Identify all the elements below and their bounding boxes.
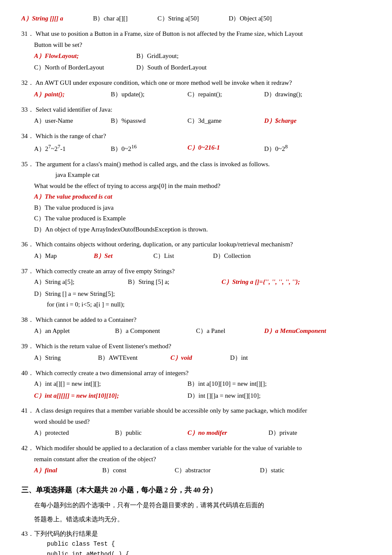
question-34-text: Which is the range of char? [35, 133, 106, 139]
answer-39-b: B）AWTEvent [98, 352, 162, 364]
answer-40-b: B）int a[10][10] = new int[][]; [187, 379, 267, 390]
answer-33-c: C）3d_game [187, 115, 256, 127]
question-42-number: 42． [21, 445, 34, 451]
question-36-number: 36． [21, 241, 34, 248]
answer-38-c: C）a Panel [196, 325, 256, 337]
question-34: 34． Which is the range of char? A）27~27-… [21, 131, 371, 155]
answer-36-c: C）List [153, 250, 205, 262]
answer-34-b: B）0~216 [111, 142, 179, 155]
question-38-text: Which cannot be added to a Container? [35, 316, 136, 323]
question-42-text2: remain constant after the creation of th… [34, 454, 371, 465]
answer-31-b: B）GridLayout; [136, 50, 179, 62]
answer-32-d: D）drawing(); [264, 89, 302, 100]
question-31-text: What use to position a Button in a Frame… [35, 30, 303, 37]
question-31-text2: Button will be set? [34, 40, 371, 51]
question-39-text: Which is the return value of Event liste… [35, 343, 171, 350]
question-35-number: 35． [21, 161, 34, 168]
question-43-number: 43．下列代码的执行结果是 [21, 530, 98, 537]
question-38-number: 38． [21, 316, 34, 323]
code-line-1: public class Test { [47, 539, 371, 549]
answer-30-c: C）String a[50] [158, 13, 199, 24]
question-40-text: Which correctly create a two dimensional… [35, 370, 188, 376]
answer-33-b: B）%passwd [111, 115, 179, 127]
question-30-answers: A）String [][] a B）char a[][] C）String a[… [21, 13, 371, 24]
question-35-code: java Example cat [55, 170, 371, 181]
answer-39-d: D）int [230, 352, 248, 364]
answer-41-d: D）private [268, 427, 297, 439]
answer-34-d: D）0~28 [264, 142, 288, 155]
answer-40-c: C）int a[][][] = new int[10][10]; [34, 390, 187, 402]
answer-31-c: C）North of BorderLayout [34, 62, 136, 73]
answer-38-b: B）a Component [115, 325, 187, 337]
answer-36-b: B）Set [94, 250, 145, 262]
question-39: 39． Which is the return value of Event l… [21, 341, 371, 364]
question-41-number: 41． [21, 407, 34, 414]
question-37-number: 37． [21, 268, 34, 275]
answer-42-a: A）final [34, 465, 94, 476]
answer-33-d: D）$charge [264, 115, 297, 127]
answer-35-c: C）The value produced is Example [34, 213, 371, 224]
question-35-text: The argument for a class's main() method… [35, 161, 270, 168]
answer-38-a: A）an Applet [34, 325, 107, 337]
answer-37-d: D）String [] a = new String[5]; [34, 289, 179, 300]
section-3-desc: 在每小题列出的四个选项中，只有一个是符合题目要求的，请将其代码填在后面的 [21, 500, 371, 511]
question-38: 38． Which cannot be added to a Container… [21, 315, 371, 337]
answer-30-a: A）String [][] a [21, 13, 63, 24]
question-40: 40． Which correctly create a two dimensi… [21, 368, 371, 402]
question-37-text: Which correctly create an array of five … [35, 268, 175, 275]
question-32-text: An AWT GUI under exposure condition, whi… [35, 79, 292, 86]
answer-33-a: A）user-Name [34, 115, 102, 127]
answer-39-a: A）String [34, 352, 89, 364]
answer-35-b: B）The value produced is java [34, 202, 371, 214]
answer-30-d: D）Object a[50] [229, 13, 272, 24]
question-36: 36． Which contains objects without order… [21, 239, 371, 262]
answer-41-b: B）public [115, 427, 179, 439]
answer-32-a: A）paint(); [34, 89, 102, 100]
question-39-number: 39． [21, 343, 34, 350]
answer-39-c: C）void [170, 352, 222, 364]
answer-30-b: B）char a[][] [93, 13, 127, 24]
question-32: 32． An AWT GUI under exposure condition,… [21, 78, 371, 100]
answer-34-a: A）27~27-1 [34, 142, 102, 155]
question-31: 31． What use to position a Button in a F… [21, 29, 371, 73]
answer-37-b: B）String [5] a; [128, 277, 213, 288]
question-41: 41． A class design requires that a membe… [21, 405, 371, 439]
answer-42-c: C）abstractor [175, 465, 251, 476]
code-line-2: public int aMethod( ) { [47, 549, 371, 555]
answer-36-d: D）Collection [213, 250, 251, 262]
question-42-text: Which modifer should be applied to a dec… [35, 445, 302, 451]
question-37: 37． Which correctly create an array of f… [21, 266, 371, 310]
answer-35-a: A）The value produced is cat [34, 191, 371, 202]
answer-36-a: A）Map [34, 250, 85, 262]
answer-37-extra: for (int i = 0; i<5; a[i ] = null); [47, 299, 371, 310]
question-35-subtext: What would be the effect of trying to ac… [34, 181, 371, 192]
answer-42-d: D）static [260, 465, 285, 476]
answer-37-c: C）String a []={'', '', '', '', ''}; [222, 277, 300, 288]
question-41-text: A class design requires that a member va… [35, 407, 307, 414]
answer-38-d: D）a MenuComponent [264, 325, 326, 337]
answer-41-a: A）protected [34, 427, 107, 439]
question-32-number: 32． [21, 79, 34, 86]
answer-34-c: C）0~216-1 [187, 142, 256, 155]
question-35: 35． The argument for a class's main() me… [21, 159, 371, 235]
question-31-number: 31． [21, 30, 34, 37]
answer-41-c: C）no modifer [187, 427, 260, 439]
answer-40-d: D）int [][]a = new int[][10]; [187, 390, 261, 402]
question-43: 43．下列代码的执行结果是 public class Test { public… [21, 529, 371, 555]
answer-32-c: C）repaint(); [187, 89, 256, 100]
answer-35-d: D）An object of type ArrayIndexOutofBound… [34, 224, 371, 235]
question-33-number: 33． [21, 106, 34, 113]
answer-37-a: A）String a[5]; [34, 277, 119, 288]
question-41-text2: word should be used? [34, 416, 371, 428]
question-36-text: Which contains objects without ordering,… [35, 241, 293, 248]
answer-31-a: A）FlowLayout; [34, 50, 136, 62]
question-42: 42． Which modifer should be applied to a… [21, 443, 371, 476]
section-3-title: 三、单项选择题（本大题共 20 小题，每小题 2 分，共 40 分） [21, 484, 371, 497]
question-33-text: Select valid identifier of Java: [36, 106, 112, 113]
question-33: 33． Select valid identifier of Java: A）u… [21, 104, 371, 127]
answer-40-a: A）int a[][] = new int[][]; [34, 379, 187, 390]
section-3-desc2: 答题卷上。错选或未选均无分。 [34, 514, 371, 525]
answer-42-b: B）const [102, 465, 166, 476]
answer-32-b: B）update(); [111, 89, 179, 100]
question-40-number: 40． [21, 370, 34, 376]
